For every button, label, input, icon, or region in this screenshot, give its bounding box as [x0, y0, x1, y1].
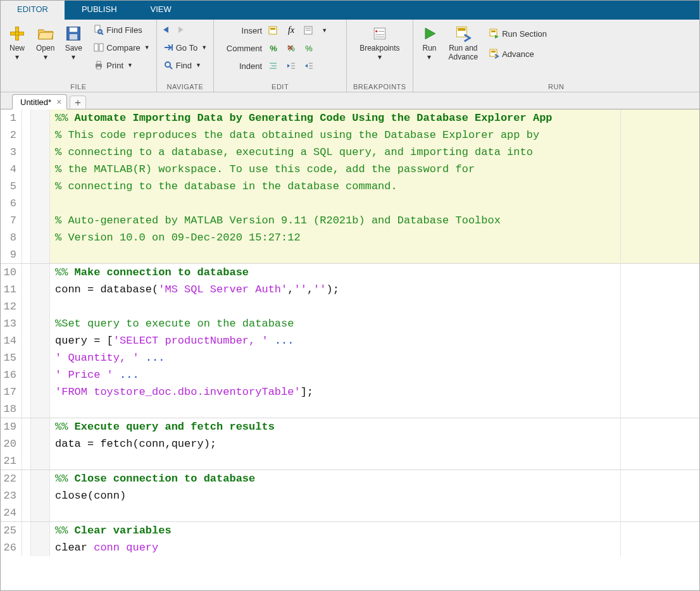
insert-more-button[interactable]: ▼	[322, 27, 327, 34]
code-line[interactable]: 5% connecting to the database in the dat…	[1, 178, 699, 195]
indent-right-button[interactable]	[285, 60, 297, 72]
fold-gutter[interactable]	[22, 281, 31, 298]
fold-gutter[interactable]	[22, 366, 31, 383]
code-text[interactable]: % the MATLAB(R) workspace. To use this c…	[50, 161, 699, 178]
breakpoint-gutter[interactable]	[31, 470, 50, 487]
fold-gutter[interactable]	[22, 383, 31, 401]
fold-gutter[interactable]	[22, 127, 31, 144]
breakpoint-gutter[interactable]	[31, 212, 50, 229]
code-line[interactable]: 23close(conn)	[1, 487, 699, 504]
code-text[interactable]: 'FROM toystore_doc.dbo.inventoryTable'];	[50, 383, 699, 401]
fold-gutter[interactable]	[22, 470, 31, 487]
fold-gutter[interactable]	[22, 315, 31, 332]
breakpoint-gutter[interactable]	[31, 281, 50, 298]
code-text[interactable]	[50, 401, 699, 418]
nav-fwd-button[interactable]	[175, 24, 187, 35]
ribbon-tab-publish[interactable]: PUBLISH	[65, 1, 134, 20]
code-line[interactable]: 25%% Clear variables	[1, 521, 699, 539]
code-text[interactable]	[50, 452, 699, 470]
new-button[interactable]: New▾	[4, 22, 30, 64]
breakpoint-gutter[interactable]	[31, 195, 50, 212]
breakpoint-gutter[interactable]	[31, 161, 50, 178]
code-line[interactable]: 9	[1, 246, 699, 263]
insert-fx-button[interactable]: fx	[285, 25, 297, 36]
find-files-button[interactable]: Find Files	[91, 22, 152, 37]
code-text[interactable]: data = fetch(conn,query);	[50, 435, 699, 452]
code-line[interactable]: 10%% Make connection to database	[1, 263, 699, 281]
code-text[interactable]: conn = database('MS SQL Server Auth','',…	[50, 281, 699, 298]
breakpoint-gutter[interactable]	[31, 246, 50, 263]
breakpoint-gutter[interactable]	[31, 366, 50, 383]
code-line[interactable]: 4% the MATLAB(R) workspace. To use this …	[1, 161, 699, 178]
run-button[interactable]: Run▾	[417, 22, 442, 64]
insert-section-button[interactable]	[267, 25, 280, 36]
fold-gutter[interactable]	[22, 349, 31, 366]
code-line[interactable]: 8% Version 10.0 on 09-Dec-2020 15:27:12	[1, 229, 699, 246]
fold-gutter[interactable]	[22, 504, 31, 521]
code-line[interactable]: 16 ' Price ' ...	[1, 366, 699, 383]
fold-gutter[interactable]	[22, 401, 31, 418]
code-line[interactable]: 14query = ['SELECT productNumber, ' ...	[1, 332, 699, 349]
fold-gutter[interactable]	[22, 539, 31, 556]
fold-gutter[interactable]	[22, 212, 31, 229]
breakpoint-gutter[interactable]	[31, 349, 50, 366]
nav-back-button[interactable]	[161, 24, 173, 35]
code-line[interactable]: 17 'FROM toystore_doc.dbo.inventoryTable…	[1, 383, 699, 401]
breakpoint-gutter[interactable]	[31, 504, 50, 521]
code-text[interactable]: %% Make connection to database	[50, 264, 699, 281]
breakpoint-gutter[interactable]	[31, 178, 50, 195]
code-text[interactable]	[50, 246, 699, 263]
fold-gutter[interactable]	[22, 109, 31, 127]
code-text[interactable]: %Set query to execute on the database	[50, 315, 699, 332]
code-text[interactable]: % Auto-generated by MATLAB Version 9.11 …	[50, 212, 699, 229]
code-text[interactable]: % Version 10.0 on 09-Dec-2020 15:27:12	[50, 229, 699, 246]
code-text[interactable]: %% Clear variables	[50, 522, 699, 539]
fold-gutter[interactable]	[22, 298, 31, 315]
code-line[interactable]: 15 ' Quantity, ' ...	[1, 349, 699, 366]
close-icon[interactable]: ×	[56, 97, 61, 107]
save-button[interactable]: Save▾	[61, 22, 86, 64]
code-line[interactable]: 2% This code reproduces the data obtaine…	[1, 127, 699, 144]
code-text[interactable]: %% Close connection to database	[50, 470, 699, 487]
code-line[interactable]: 13%Set query to execute on the database	[1, 315, 699, 332]
run-section-button[interactable]: Run Section	[487, 26, 549, 41]
code-line[interactable]: 12	[1, 298, 699, 315]
code-line[interactable]: 6	[1, 195, 699, 212]
breakpoint-gutter[interactable]	[31, 229, 50, 246]
code-text[interactable]	[50, 298, 699, 315]
code-text[interactable]	[50, 195, 699, 212]
fold-gutter[interactable]	[22, 418, 31, 435]
fold-gutter[interactable]	[22, 522, 31, 539]
code-line[interactable]: 24	[1, 504, 699, 521]
fold-gutter[interactable]	[22, 332, 31, 349]
find-button[interactable]: Find▼	[161, 58, 209, 73]
breakpoint-gutter[interactable]	[31, 383, 50, 401]
breakpoint-gutter[interactable]	[31, 539, 50, 556]
code-text[interactable]: ' Quantity, ' ...	[50, 349, 699, 366]
breakpoint-gutter[interactable]	[31, 127, 50, 144]
breakpoint-gutter[interactable]	[31, 298, 50, 315]
code-line[interactable]: 22%% Close connection to database	[1, 470, 699, 487]
code-text[interactable]: % connecting to the database in the data…	[50, 178, 699, 195]
run-advance-button[interactable]: Run and Advance	[445, 22, 482, 64]
breakpoint-gutter[interactable]	[31, 435, 50, 452]
advance-button[interactable]: Advance	[487, 46, 549, 61]
breakpoints-button[interactable]: Breakpoints▾	[351, 22, 408, 64]
breakpoint-gutter[interactable]	[31, 264, 50, 281]
code-text[interactable]: close(conn)	[50, 487, 699, 504]
code-editor[interactable]: 1%% Automate Importing Data by Generatin…	[1, 109, 699, 556]
fold-gutter[interactable]	[22, 264, 31, 281]
code-line[interactable]: 21	[1, 452, 699, 470]
fold-gutter[interactable]	[22, 452, 31, 470]
code-text[interactable]: %% Execute query and fetch results	[50, 418, 699, 435]
open-button[interactable]: Open▾	[32, 22, 58, 64]
code-text[interactable]: %% Automate Importing Data by Generating…	[50, 109, 699, 127]
indent-left-button[interactable]	[303, 60, 315, 72]
code-line[interactable]: 19%% Execute query and fetch results	[1, 418, 699, 435]
breakpoint-gutter[interactable]	[31, 109, 50, 127]
breakpoint-gutter[interactable]	[31, 315, 50, 332]
code-text[interactable]: clear conn query	[50, 539, 699, 556]
fold-gutter[interactable]	[22, 435, 31, 452]
comment-add-button[interactable]: %	[267, 42, 280, 54]
insert-block-button[interactable]	[303, 25, 315, 36]
